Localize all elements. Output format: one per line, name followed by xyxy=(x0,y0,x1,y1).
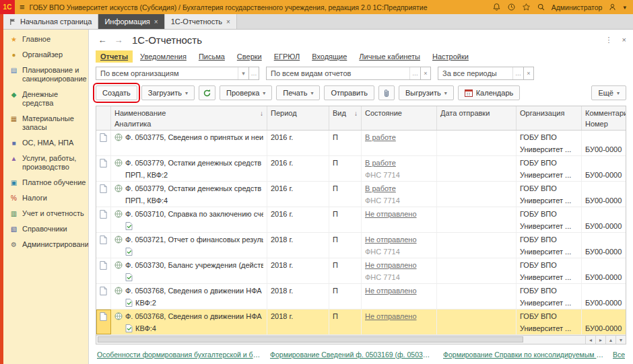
sidebar-item[interactable]: ▥ Учет и отчетность xyxy=(3,206,88,221)
favorites-star-icon[interactable] xyxy=(522,3,531,11)
notifications-bell-icon[interactable] xyxy=(492,3,501,11)
state-link[interactable]: Не отправлено xyxy=(365,235,417,244)
header-period[interactable]: Период xyxy=(267,106,329,130)
period-filter-input[interactable]: За все периоды … xyxy=(438,67,524,80)
section-tab[interactable]: Письма xyxy=(194,50,230,63)
sidebar-item[interactable]: ▲ Услуги, работы, производство xyxy=(3,151,88,175)
back-button[interactable]: ← xyxy=(96,33,109,46)
main-menu-icon[interactable]: ≡ xyxy=(15,2,30,12)
scroll-up-icon[interactable]: ▴ xyxy=(605,336,615,344)
window-tab[interactable]: Начальная страница × xyxy=(3,14,98,29)
table-row[interactable]: Ф. 0503730, Баланс учреждения (действует… xyxy=(96,258,626,284)
state-link[interactable]: Не отправлено xyxy=(365,210,417,218)
header-organization[interactable]: Организация xyxy=(517,106,582,130)
state-link[interactable]: Не отправлено xyxy=(365,287,417,295)
dropdown-arrow-icon[interactable]: ▾ xyxy=(238,67,248,79)
footer-link[interactable]: Формирование Справки по консолидируемым … xyxy=(443,351,603,359)
toolbar: Создать Загрузить▾ Проверка▾ Печать▾ Отп… xyxy=(89,83,633,104)
report-doc-icon xyxy=(96,233,111,258)
section-tab[interactable]: Личные кабинеты xyxy=(354,50,425,63)
table-row[interactable]: Ф. 0503710, Справка по заключению счетов… xyxy=(96,207,626,233)
footer-link[interactable]: Формирование Сведений ф. 0503169 (ф. 050… xyxy=(270,351,434,359)
kind-cell: П xyxy=(329,233,362,258)
scrollbar-track[interactable] xyxy=(96,336,585,344)
exchange-refresh-button[interactable] xyxy=(199,85,215,100)
clear-filter-icon[interactable]: × xyxy=(421,67,431,80)
section-tab[interactable]: Входящие xyxy=(307,50,352,63)
scroll-left-icon[interactable]: ◂ xyxy=(585,336,595,344)
report-name: Ф. 0503730, Баланс учреждения (действует… xyxy=(125,261,263,269)
report-kind-filter-input[interactable]: По всем видам отчетов … xyxy=(266,67,421,80)
table-row[interactable]: Ф. 0503775, Сведения о принятых и неиспо… xyxy=(96,131,626,156)
table-row[interactable]: Ф. 0503768, Сведения о движении НФА (дей… xyxy=(96,284,626,310)
state-link[interactable]: Не отправлено xyxy=(365,312,417,320)
close-tab-icon[interactable]: × xyxy=(226,18,230,26)
close-form-icon[interactable]: × xyxy=(622,36,626,44)
attachments-button[interactable] xyxy=(378,85,395,100)
section-tab[interactable]: Отчеты xyxy=(96,50,133,63)
report-status-globe-icon xyxy=(114,184,123,192)
history-icon[interactable] xyxy=(507,3,516,11)
period-cell: 2018 г. xyxy=(267,310,329,334)
header-state[interactable]: Состояние xyxy=(362,106,437,130)
header-name[interactable]: Наименование↓ Аналитика xyxy=(111,106,267,130)
search-icon[interactable] xyxy=(537,3,545,11)
section-tab[interactable]: Настройки xyxy=(428,50,473,63)
sidebar-item[interactable]: ▧ Справочники xyxy=(3,221,88,237)
forward-button[interactable]: → xyxy=(112,33,125,46)
header-sent-date[interactable]: Дата отправки xyxy=(437,106,517,130)
more-button[interactable]: Ещё▾ xyxy=(591,85,626,100)
organization-filter-input[interactable]: По всем организациям ▾ xyxy=(96,67,249,80)
sidebar-item[interactable]: ▤ Планирование и санкционирование xyxy=(3,63,88,87)
scroll-down-icon[interactable]: ▾ xyxy=(615,336,626,344)
state-link[interactable]: Не отправлено xyxy=(365,261,417,269)
chevron-down-icon[interactable]: ▾ xyxy=(623,4,626,11)
report-analytics: ПРП., КВФ:2 xyxy=(125,171,168,179)
current-user-label[interactable]: Администратор xyxy=(552,3,603,11)
state-link[interactable]: В работе xyxy=(365,133,396,141)
scroll-right-icon[interactable]: ▸ xyxy=(595,336,605,344)
state-link[interactable]: В работе xyxy=(365,159,396,167)
footer-link[interactable]: Особенности формирования бухгалтерской и… xyxy=(97,351,261,359)
sidebar-item[interactable]: ● Органайзер xyxy=(3,47,88,63)
more-icon[interactable]: ⋮ xyxy=(605,36,613,44)
choose-ellipsis-icon[interactable]: … xyxy=(512,67,523,79)
sidebar-item[interactable]: % Налоги xyxy=(3,190,88,206)
header-comment[interactable]: КомментарийНомер xyxy=(582,106,626,130)
print-button[interactable]: Печать▾ xyxy=(276,85,320,100)
load-button[interactable]: Загрузить▾ xyxy=(141,85,195,100)
footer-link-all[interactable]: Все xyxy=(613,351,625,359)
sidebar-item[interactable]: ■ ОС, НМА, НПА xyxy=(3,135,88,151)
section-tab-bar: Отчеты Уведомления Письма Сверки ЕГРЮЛ В… xyxy=(89,50,633,65)
close-tab-icon[interactable]: × xyxy=(154,18,158,26)
window-tab[interactable]: 1С-Отчетность × xyxy=(165,14,237,29)
table-row[interactable]: Ф. 0503768, Сведения о движении НФА (дей… xyxy=(96,310,626,335)
sidebar-item[interactable]: ⚙ Администрирование xyxy=(3,237,88,252)
state-link[interactable]: В работе xyxy=(365,184,396,192)
calendar-button[interactable]: Календарь xyxy=(458,85,521,100)
form-area: ← → 1С-Отчетность ⋮ × Отчеты Уведомления… xyxy=(88,30,633,364)
section-tab[interactable]: Уведомления xyxy=(135,50,191,63)
sidebar-item-label: ОС, НМА, НПА xyxy=(22,139,73,147)
attachment-page-icon xyxy=(125,222,133,230)
section-tab[interactable]: ЕГРЮЛ xyxy=(269,50,304,63)
unload-button[interactable]: Выгрузить▾ xyxy=(399,85,454,100)
window-tab[interactable]: Информация × xyxy=(98,14,164,29)
choose-ellipsis-icon[interactable]: … xyxy=(409,67,420,79)
section-tab[interactable]: Сверки xyxy=(232,50,267,63)
table-row[interactable]: Ф. 0503779, Остатки денежных средств (ус… xyxy=(96,182,626,207)
send-button[interactable]: Отправить xyxy=(324,85,374,100)
sidebar-item[interactable]: ◆ Денежные средства xyxy=(3,87,88,111)
user-icon[interactable] xyxy=(608,3,617,11)
header-kind[interactable]: Вид↓ xyxy=(329,106,362,130)
table-row[interactable]: Ф. 0503721, Отчет о финансовых результат… xyxy=(96,233,626,258)
organization-choose-icon[interactable]: … xyxy=(249,67,259,80)
sidebar-item[interactable]: ▣ Платное обучение xyxy=(3,175,88,190)
check-button[interactable]: Проверка▾ xyxy=(220,85,272,100)
sidebar-item[interactable]: ★ Главное xyxy=(3,32,88,47)
clear-filter-icon[interactable]: × xyxy=(524,67,534,80)
sidebar-item[interactable]: ▦ Материальные запасы xyxy=(3,111,88,135)
create-button[interactable]: Создать xyxy=(96,85,137,100)
scrollbar-thumb[interactable] xyxy=(98,336,523,342)
table-row[interactable]: Ф. 0503779, Остатки денежных средств (ус… xyxy=(96,156,626,182)
